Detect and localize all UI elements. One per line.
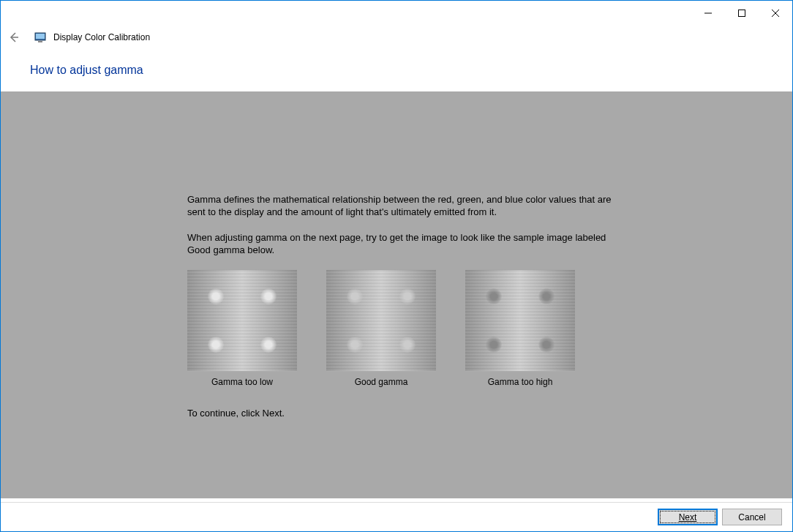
page-heading-area: How to adjust gamma xyxy=(1,49,792,91)
page-heading: How to adjust gamma xyxy=(30,64,792,77)
gamma-sample-high: Gamma too high xyxy=(465,270,575,387)
gamma-sample-high-label: Gamma too high xyxy=(488,377,553,387)
monitor-icon xyxy=(34,31,46,43)
svg-rect-1 xyxy=(739,10,745,16)
paragraph-2: When adjusting gamma on the next page, t… xyxy=(187,232,612,257)
next-button[interactable]: Next xyxy=(658,509,718,525)
next-button-label: Next xyxy=(679,512,697,522)
gamma-sample-good-image xyxy=(326,270,436,371)
continue-text: To continue, click Next. xyxy=(187,408,734,419)
gamma-sample-high-image xyxy=(465,270,575,371)
content-area: Gamma defines the mathematical relations… xyxy=(1,91,792,498)
gamma-samples-row: Gamma too low Good gamma Gamma too high xyxy=(187,270,734,387)
app-title: Display Color Calibration xyxy=(53,32,150,42)
svg-rect-7 xyxy=(38,41,42,42)
gamma-sample-low: Gamma too low xyxy=(187,270,297,387)
gamma-sample-good: Good gamma xyxy=(326,270,436,387)
cancel-button[interactable]: Cancel xyxy=(722,509,782,525)
gamma-sample-low-label: Gamma too low xyxy=(211,377,273,387)
close-button[interactable] xyxy=(759,1,792,25)
svg-rect-6 xyxy=(36,34,45,39)
back-arrow-icon[interactable] xyxy=(8,31,20,43)
cancel-button-label: Cancel xyxy=(738,512,765,522)
minimize-button[interactable] xyxy=(691,1,725,25)
header-bar: Display Color Calibration xyxy=(1,25,792,49)
gamma-sample-low-image xyxy=(187,270,297,371)
gamma-sample-good-label: Good gamma xyxy=(355,377,408,387)
footer-bar: Next Cancel xyxy=(1,502,792,531)
paragraph-1: Gamma defines the mathematical relations… xyxy=(187,194,612,219)
maximize-button[interactable] xyxy=(725,1,759,25)
title-bar xyxy=(1,1,792,25)
